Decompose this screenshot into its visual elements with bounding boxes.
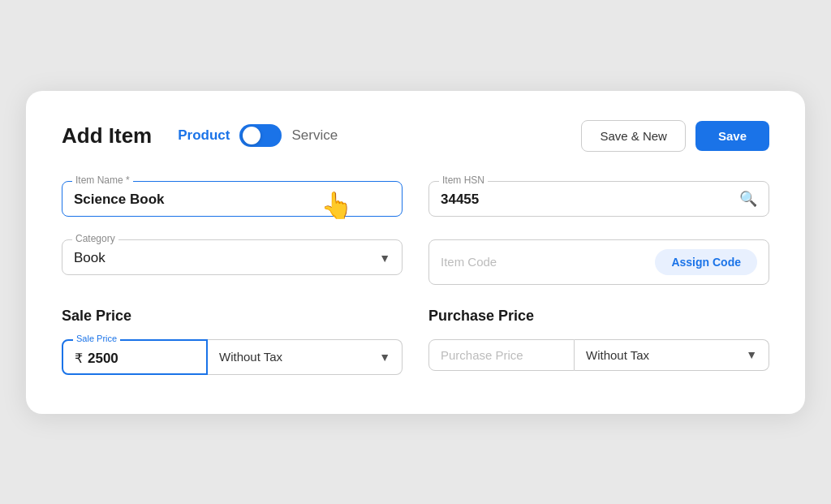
service-label: Service	[291, 127, 338, 144]
item-code-col: Item Code Assign Code	[428, 239, 769, 285]
category-value[interactable]: Book ▼	[74, 247, 390, 266]
purchase-price-tax-option: Without Tax	[586, 348, 649, 362]
purchase-price-input-box[interactable]: Purchase Price	[428, 339, 575, 371]
item-hsn-col: Item HSN 🔍	[428, 181, 769, 217]
item-code-field[interactable]: Item Code Assign Code	[428, 239, 769, 285]
item-hsn-label: Item HSN	[439, 174, 488, 186]
header: Add Item Product Service Save & New Save	[62, 120, 769, 152]
sale-price-tax-dropdown[interactable]: Without Tax ▼	[208, 339, 403, 375]
assign-code-button[interactable]: Assign Code	[655, 249, 757, 275]
sale-price-field-label: Sale Price	[73, 334, 120, 343]
search-icon[interactable]: 🔍	[739, 190, 757, 208]
chevron-down-icon: ▼	[379, 351, 390, 364]
save-button[interactable]: Save	[695, 121, 769, 151]
page-title: Add Item	[62, 123, 152, 149]
save-new-button[interactable]: Save & New	[581, 120, 686, 152]
sale-price-section: Sale Price Sale Price ₹ 2500 Without Tax…	[62, 308, 403, 375]
sale-price-tax-option: Without Tax	[219, 350, 282, 364]
product-label: Product	[178, 127, 230, 144]
category-selected: Book	[74, 250, 105, 266]
purchase-price-placeholder: Purchase Price	[441, 348, 523, 362]
item-name-input[interactable]	[74, 188, 390, 208]
product-service-toggle-group: Product Service	[178, 124, 338, 147]
sale-price-value[interactable]: 2500	[88, 351, 118, 367]
category-label: Category	[72, 233, 118, 244]
price-row: Sale Price Sale Price ₹ 2500 Without Tax…	[62, 308, 769, 375]
rupee-symbol: ₹	[75, 351, 83, 366]
sale-price-group: Sale Price ₹ 2500 Without Tax ▼	[62, 339, 403, 375]
toggle-knob	[243, 127, 260, 144]
item-hsn-field[interactable]: Item HSN 🔍	[428, 181, 769, 217]
item-hsn-input[interactable]	[441, 188, 757, 208]
purchase-price-title: Purchase Price	[428, 308, 769, 325]
add-item-card: Add Item Product Service Save & New Save…	[26, 91, 805, 414]
chevron-down-icon: ▼	[746, 348, 757, 361]
purchase-price-section: Purchase Price Purchase Price Without Ta…	[428, 308, 769, 375]
category-col: Category Book ▼	[62, 239, 403, 285]
item-name-field[interactable]: Item Name * 👆	[62, 181, 403, 217]
form-row-2: Category Book ▼ Item Code Assign Code	[62, 239, 769, 285]
header-actions: Save & New Save	[581, 120, 769, 152]
form-row-1: Item Name * 👆 Item HSN 🔍	[62, 181, 769, 217]
item-code-placeholder: Item Code	[441, 255, 497, 269]
chevron-down-icon: ▼	[379, 252, 390, 265]
item-name-label: Item Name *	[72, 174, 133, 186]
toggle-switch[interactable]	[239, 124, 282, 147]
category-field[interactable]: Category Book ▼	[62, 239, 403, 275]
item-name-col: Item Name * 👆	[62, 181, 403, 217]
sale-price-title: Sale Price	[62, 308, 403, 325]
purchase-price-tax-dropdown[interactable]: Without Tax ▼	[575, 339, 769, 371]
sale-price-input-row: ₹ 2500	[75, 347, 195, 367]
sale-price-input-box[interactable]: Sale Price ₹ 2500	[62, 339, 208, 375]
purchase-price-group: Purchase Price Without Tax ▼	[428, 339, 769, 371]
